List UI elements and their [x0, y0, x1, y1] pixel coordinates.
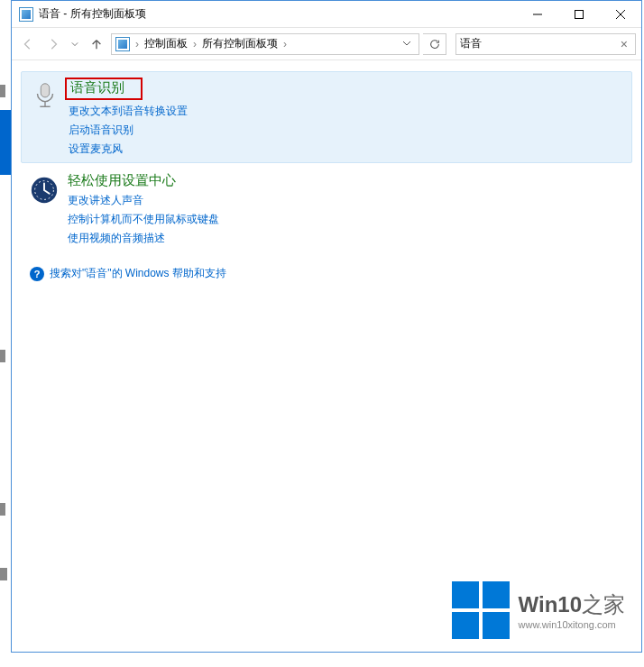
breadcrumb-item[interactable]: 控制面板	[141, 36, 191, 51]
watermark-text: Win10之家 www.win10xitong.com	[519, 590, 625, 630]
forward-button[interactable]	[42, 33, 64, 55]
edge-mark	[0, 568, 7, 580]
history-dropdown[interactable]	[68, 33, 82, 55]
refresh-button[interactable]	[423, 33, 446, 55]
result-link[interactable]: 更改讲述人声音	[68, 193, 625, 208]
result-link[interactable]: 使用视频的音频描述	[68, 231, 625, 246]
result-links: 更改讲述人声音 控制计算机而不使用鼠标或键盘 使用视频的音频描述	[68, 193, 625, 246]
titlebar[interactable]: 语音 - 所有控制面板项	[12, 1, 641, 28]
watermark-url: www.win10xitong.com	[519, 619, 625, 630]
address-bar[interactable]: › 控制面板 › 所有控制面板项 ›	[111, 33, 419, 55]
window-controls	[517, 1, 641, 27]
back-button[interactable]	[17, 33, 39, 55]
control-panel-window: 语音 - 所有控制面板项 › 控制面板	[11, 0, 642, 653]
result-body: 轻松使用设置中心 更改讲述人声音 控制计算机而不使用鼠标或键盘 使用视频的音频描…	[68, 172, 625, 246]
clear-search-icon[interactable]: ×	[617, 37, 631, 51]
window-title: 语音 - 所有控制面板项	[39, 6, 517, 22]
svg-rect-1	[575, 10, 584, 18]
watermark: Win10之家 www.win10xitong.com	[452, 581, 625, 639]
result-links: 更改文本到语音转换设置 启动语音识别 设置麦克风	[69, 104, 624, 157]
chevron-right-icon[interactable]: ›	[133, 38, 141, 50]
breadcrumb-item[interactable]: 所有控制面板项	[198, 36, 281, 51]
result-speech-recognition[interactable]: 语音识别 更改文本到语音转换设置 启动语音识别 设置麦克风	[21, 71, 632, 163]
close-button[interactable]	[600, 1, 641, 27]
chevron-right-icon[interactable]: ›	[281, 38, 289, 50]
help-link[interactable]: 搜索对"语音"的 Windows 帮助和支持	[50, 266, 226, 281]
navbar: › 控制面板 › 所有控制面板项 › ×	[12, 28, 641, 60]
result-title[interactable]: 语音识别	[65, 78, 143, 100]
app-icon	[19, 7, 33, 22]
result-link[interactable]: 控制计算机而不使用鼠标或键盘	[68, 212, 625, 227]
ease-of-access-icon	[28, 174, 60, 206]
watermark-brand: Win10之家	[519, 590, 625, 619]
up-button[interactable]	[86, 33, 107, 55]
result-link[interactable]: 更改文本到语音转换设置	[69, 104, 624, 119]
search-box[interactable]: ×	[455, 33, 636, 55]
svg-rect-4	[41, 84, 49, 97]
result-link[interactable]: 设置麦克风	[69, 142, 624, 157]
edge-mark	[0, 85, 5, 97]
address-dropdown[interactable]	[399, 38, 415, 50]
search-input[interactable]	[460, 38, 617, 50]
maximize-button[interactable]	[558, 1, 600, 27]
content-area: 语音识别 更改文本到语音转换设置 启动语音识别 设置麦克风 轻松使用设置中心	[12, 60, 641, 652]
help-icon: ?	[30, 267, 44, 281]
help-row: ? 搜索对"语音"的 Windows 帮助和支持	[21, 259, 632, 288]
edge-mark	[0, 503, 5, 516]
windows-logo-icon	[452, 581, 510, 639]
edge-highlight	[0, 110, 11, 175]
result-title[interactable]: 轻松使用设置中心	[68, 172, 176, 189]
edge-mark	[0, 350, 5, 362]
result-ease-of-access[interactable]: 轻松使用设置中心 更改讲述人声音 控制计算机而不使用鼠标或键盘 使用视频的音频描…	[21, 167, 632, 251]
control-panel-icon	[115, 37, 130, 51]
result-link[interactable]: 启动语音识别	[69, 123, 624, 138]
microphone-icon	[29, 79, 61, 112]
result-body: 语音识别 更改文本到语音转换设置 启动语音识别 设置麦克风	[69, 78, 624, 157]
side-edge	[0, 0, 11, 667]
chevron-right-icon[interactable]: ›	[191, 38, 198, 50]
minimize-button[interactable]	[517, 1, 558, 27]
